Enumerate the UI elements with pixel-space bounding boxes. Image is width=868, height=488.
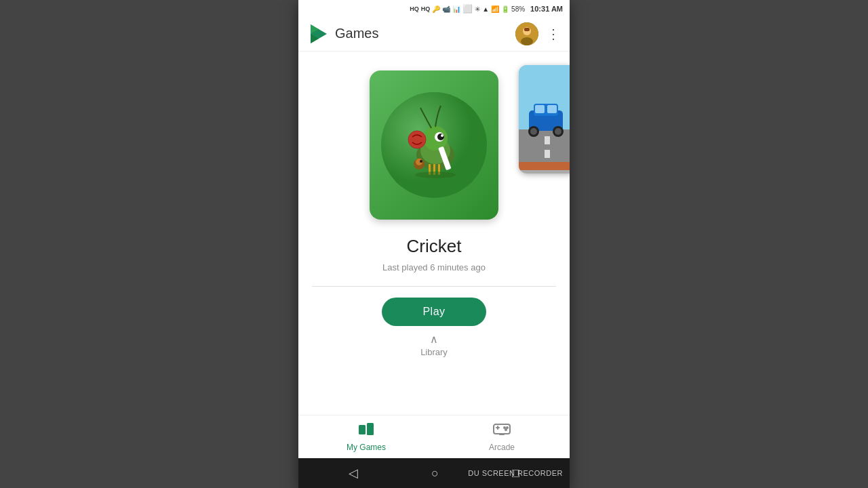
car-image [519,65,570,174]
app-bar-left: Games [308,23,378,45]
phone-screen: HQ HQ 🔑 📹 📊 ⬜ ✳ ▲ 📶 🔋 58% 10:31 AM Games [298,0,570,488]
library-label: Library [420,347,448,357]
svg-point-14 [441,134,443,137]
video-icon: 📹 [442,5,450,13]
wifi-icon: ▲ [482,5,489,13]
background-right [570,0,868,488]
svg-rect-38 [359,425,366,434]
cast-icon: ⬜ [462,4,473,14]
last-played-text: Last played 6 minutes ago [312,262,556,272]
svg-point-34 [555,128,561,135]
home-button[interactable]: ○ [431,466,439,481]
svg-rect-39 [367,423,374,435]
divider [312,286,556,287]
svg-rect-40 [494,424,510,434]
app-title: Games [335,26,378,41]
racing-game-card[interactable] [519,65,570,174]
svg-point-32 [530,128,537,135]
bluetooth-icon: ✳ [475,5,480,13]
svg-rect-35 [535,105,545,113]
more-options-icon[interactable]: ⋮ [547,26,560,42]
arcade-icon [493,422,511,441]
signal-bars-icon: 📶 [491,5,499,13]
du-recorder-label: DU SCREEN RECORDER [468,469,563,477]
hq-icon2: HQ [421,5,431,12]
battery-icon: 🔋 [501,5,509,13]
svg-point-13 [437,134,444,140]
play-games-logo [308,23,330,45]
svg-rect-6 [524,28,530,31]
svg-point-24 [420,160,422,163]
my-games-icon [358,422,374,441]
arcade-label: Arcade [489,443,515,452]
back-button[interactable]: ◁ [349,466,358,481]
bottom-nav: My Games Arcade [298,415,570,458]
svg-rect-46 [499,433,505,435]
library-section[interactable]: ∧ Library [420,333,448,357]
my-games-label: My Games [347,443,386,452]
cricket-game-card[interactable] [370,70,498,220]
game-cards-area [298,52,570,228]
svg-rect-36 [547,105,557,113]
status-icons: HQ HQ 🔑 📹 📊 ⬜ ✳ ▲ 📶 🔋 58% [410,4,525,14]
app-bar-right: ⋮ [515,22,560,45]
chevron-up-icon: ∧ [430,333,438,346]
game-info: Cricket Last played 6 minutes ago [298,236,570,283]
background-left [0,0,298,488]
app-bar: Games ⋮ [298,16,570,52]
battery-percent: 58% [511,5,525,13]
svg-rect-27 [545,136,550,144]
nav-item-arcade[interactable]: Arcade [434,415,570,458]
game-name: Cricket [312,236,556,257]
signal-icon: 📊 [452,5,460,13]
svg-rect-42 [497,426,498,430]
svg-point-5 [521,37,533,45]
svg-point-21 [415,171,456,178]
svg-rect-28 [545,150,550,158]
status-time: 10:31 AM [530,5,563,13]
system-nav: ◁ ○ □ DU SCREEN RECORDER [298,458,570,488]
nav-item-my-games[interactable]: My Games [298,415,434,458]
svg-rect-37 [519,162,570,170]
key-icon: 🔑 [432,5,440,13]
play-button[interactable]: Play [382,298,486,326]
hq-icon: HQ [410,5,419,12]
svg-point-45 [505,428,507,431]
user-avatar[interactable] [515,22,538,45]
status-bar: HQ HQ 🔑 📹 📊 ⬜ ✳ ▲ 📶 🔋 58% 10:31 AM [298,0,570,16]
main-content: Cricket Last played 6 minutes ago Play ∧… [298,52,570,415]
